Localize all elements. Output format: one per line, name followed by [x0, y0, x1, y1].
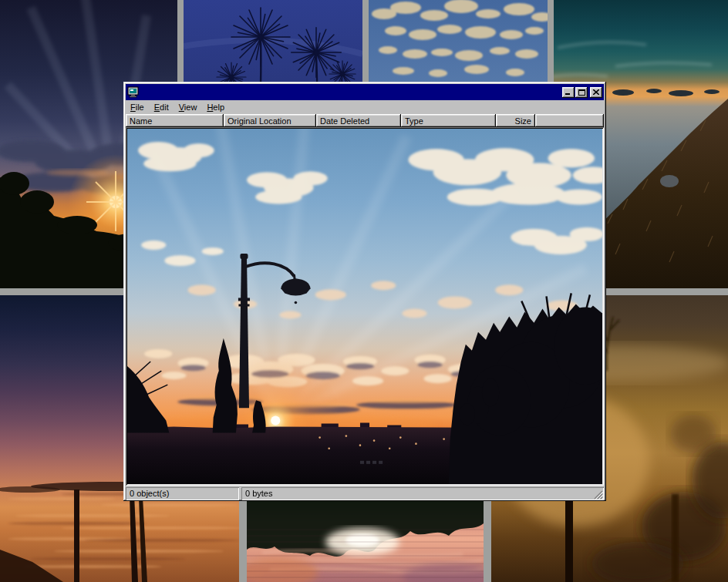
close-button[interactable]	[590, 87, 602, 98]
minimize-button[interactable]	[562, 87, 575, 98]
column-header-row: Name Original Location Date Deleted Type…	[126, 114, 604, 127]
maximize-button[interactable]	[575, 87, 588, 98]
menu-help[interactable]: Help	[202, 101, 230, 114]
recycle-bin-window: File Edit View Help Name Original Locati…	[123, 82, 606, 501]
computer-monitor-icon[interactable]	[127, 86, 140, 98]
status-object-count: 0 object(s)	[126, 487, 239, 500]
close-icon	[593, 89, 599, 95]
minimize-icon	[565, 89, 571, 95]
status-size: 0 bytes	[241, 487, 604, 500]
column-header-size[interactable]: Size	[496, 114, 535, 127]
menu-bar: File Edit View Help	[126, 100, 604, 114]
file-list-viewport[interactable]	[126, 127, 604, 486]
menu-view[interactable]: View	[174, 101, 203, 114]
resize-grip-icon[interactable]	[594, 490, 603, 500]
maximize-icon	[578, 89, 585, 96]
menu-edit[interactable]: Edit	[150, 101, 174, 114]
column-header-filler	[535, 114, 604, 127]
column-header-original-location[interactable]: Original Location	[224, 114, 316, 127]
menu-file[interactable]: File	[126, 101, 150, 114]
column-header-name[interactable]: Name	[126, 114, 224, 127]
status-bar: 0 object(s) 0 bytes	[126, 486, 604, 500]
column-header-date-deleted[interactable]: Date Deleted	[316, 114, 401, 127]
column-header-type[interactable]: Type	[401, 114, 496, 127]
sunset-lamp-photo	[127, 129, 602, 484]
titlebar[interactable]	[126, 84, 604, 100]
